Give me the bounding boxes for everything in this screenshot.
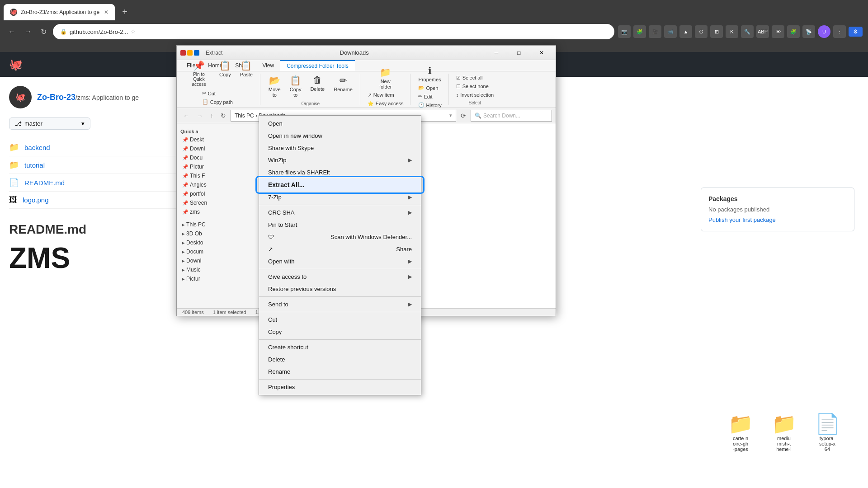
puzzle-icon: 🧩: [787, 25, 800, 38]
left-item-thispc[interactable]: This PC: [177, 220, 258, 229]
status-selected: 1 item selected: [213, 310, 246, 315]
nav-up-button[interactable]: ↑: [208, 111, 216, 120]
cm-open-with[interactable]: Open with ▶: [259, 255, 421, 267]
left-item-screen[interactable]: Screen: [177, 198, 258, 207]
pin-button[interactable]: 📌 Pin to Quick access: [184, 58, 214, 89]
file-thumb-icon-3: 📄: [815, 412, 840, 436]
refresh-button[interactable]: ↻: [38, 26, 49, 38]
star-icon[interactable]: ☆: [131, 28, 136, 35]
left-item-pictures[interactable]: Pictur: [177, 162, 258, 171]
file-name[interactable]: README.md: [24, 179, 65, 187]
file-name[interactable]: tutorial: [24, 161, 45, 169]
cm-create-shortcut[interactable]: Create shortcut: [259, 341, 421, 353]
left-item-downloads2[interactable]: Downl: [177, 256, 258, 265]
close-button[interactable]: ✕: [531, 47, 552, 58]
left-item-desktop2[interactable]: Deskto: [177, 238, 258, 247]
refresh-button[interactable]: ⟳: [458, 111, 469, 120]
left-item-angles[interactable]: Angles: [177, 180, 258, 189]
search-box[interactable]: 🔍 Search Down...: [471, 110, 552, 122]
forward-button[interactable]: →: [22, 26, 34, 38]
left-item-documents2[interactable]: Docum: [177, 247, 258, 256]
edit-button[interactable]: ✏ Edit: [415, 93, 444, 100]
left-panel: Quick a Deskt Downl Docu Pictur This F A…: [177, 123, 258, 308]
maximize-button[interactable]: □: [509, 47, 529, 58]
cm-delete[interactable]: Delete: [259, 353, 421, 366]
cm-open[interactable]: Open: [259, 117, 421, 130]
select-all-button[interactable]: ☑ Select all: [453, 74, 496, 82]
cm-restore[interactable]: Restore previous versions: [259, 283, 421, 295]
spacer: [177, 216, 258, 220]
cm-winzip[interactable]: WinZip ▶: [259, 154, 421, 166]
cm-winzip-label: WinZip: [268, 157, 286, 164]
file-name[interactable]: logo.png: [23, 196, 49, 204]
tab-compressed[interactable]: Compressed Folder Tools: [280, 60, 355, 71]
new-item-button[interactable]: ↗ New item: [365, 91, 406, 99]
new-folder-button[interactable]: 📁 Newfolder: [376, 65, 396, 91]
cm-send-to[interactable]: Send to ▶: [259, 298, 421, 310]
packages-box: Packages No packages published Publish y…: [701, 188, 854, 231]
active-tab[interactable]: 🐙 Zo-Bro-23/zms: Application to ge ✕: [4, 4, 115, 20]
cm-extract-all[interactable]: Extract All...: [259, 178, 421, 191]
left-item-zms[interactable]: zms: [177, 207, 258, 216]
tab-view[interactable]: View: [256, 60, 280, 71]
cm-cut[interactable]: Cut: [259, 314, 421, 326]
left-item-pictures2[interactable]: Pictur: [177, 274, 258, 283]
nav-back-button[interactable]: ←: [180, 111, 192, 120]
tab-close-button[interactable]: ✕: [104, 9, 108, 15]
left-item-thisf[interactable]: This F: [177, 171, 258, 180]
nav-refresh-button[interactable]: ↻: [218, 111, 229, 120]
left-item-music[interactable]: Music: [177, 265, 258, 274]
publish-link[interactable]: Publish your first package: [708, 216, 776, 223]
cm-crc-sha[interactable]: CRC SHA ▶: [259, 206, 421, 219]
invert-selection-button[interactable]: ↕ Invert selection: [453, 91, 496, 99]
left-item-downloads[interactable]: Downl: [177, 144, 258, 153]
select-none-button[interactable]: ☐ Select none: [453, 83, 496, 90]
user-avatar[interactable]: U: [818, 25, 830, 38]
extension-icon: 🧩: [633, 25, 646, 38]
back-button[interactable]: ←: [5, 26, 18, 38]
move-to-button[interactable]: 📂 Moveto: [265, 73, 284, 99]
cm-properties[interactable]: Properties: [259, 381, 421, 393]
new-tab-button[interactable]: +: [118, 6, 131, 19]
cm-share-skype[interactable]: Share with Skype: [259, 142, 421, 154]
cm-shareit[interactable]: Share files via SHAREit: [259, 166, 421, 178]
settings-icon[interactable]: ⚙: [849, 27, 863, 37]
copy-path-button[interactable]: 📋 Copy path: [199, 98, 241, 106]
thumb-item-2[interactable]: 📁 mediumish-theme-i: [766, 412, 802, 452]
paste-icon: 📋: [241, 60, 252, 71]
cm-rename[interactable]: Rename: [259, 366, 421, 378]
cm-share[interactable]: ↗ Share: [259, 243, 421, 255]
select-label: Select: [469, 100, 481, 105]
folder-icon: 📁: [9, 160, 19, 170]
delete-button[interactable]: 🗑 Delete: [307, 73, 328, 99]
copy-to-button[interactable]: 📋 Copyto: [286, 73, 305, 99]
cm-copy[interactable]: Copy: [259, 326, 421, 338]
paste-button[interactable]: 📋 Paste: [236, 58, 256, 89]
left-item-documents[interactable]: Docu: [177, 153, 258, 162]
open-ribbon-button[interactable]: 📂 Open: [415, 84, 444, 92]
new-folder-label: Newfolder: [379, 79, 392, 89]
cm-open-new-window[interactable]: Open in new window: [259, 130, 421, 142]
menu-icon[interactable]: ⋮: [833, 25, 846, 38]
easy-access-button[interactable]: ⭐ Easy access: [365, 100, 406, 108]
thumb-files-area: 📁 carte-noire-gh-pages 📁 mediumish-theme…: [722, 412, 845, 452]
nav-bar: ← → ↻ 🔒 github.com/Zo-Bro-2... ☆ 📷 🧩 🎥 📹…: [0, 20, 868, 43]
properties-button[interactable]: ℹ Properties: [415, 63, 445, 84]
nav-forward-button[interactable]: →: [194, 111, 206, 120]
thumb-item-1[interactable]: 📁 carte-noire-gh-pages: [722, 412, 759, 452]
cm-defender[interactable]: 🛡 Scan with Windows Defender...: [259, 231, 421, 243]
left-item-portfolio[interactable]: portfol: [177, 189, 258, 198]
rename-button[interactable]: ✏ Rename: [330, 73, 356, 99]
cm-pin-start[interactable]: Pin to Start: [259, 219, 421, 231]
left-item-desktop[interactable]: Deskt: [177, 135, 258, 144]
minimize-button[interactable]: ─: [486, 47, 507, 58]
thumb-item-3[interactable]: 📄 typora-setup-x64: [809, 412, 845, 452]
address-bar[interactable]: 🔒 github.com/Zo-Bro-2... ☆: [53, 24, 614, 39]
org-name[interactable]: Zo-Bro-23: [37, 93, 75, 102]
copy-button[interactable]: 📋 Copy: [216, 58, 235, 89]
cm-7zip[interactable]: 7-Zip ▶: [259, 191, 421, 203]
left-item-3dobj[interactable]: 3D Ob: [177, 229, 258, 238]
cm-give-access[interactable]: Give access to ▶: [259, 271, 421, 283]
cut-button[interactable]: ✂ Cut: [199, 89, 241, 97]
file-name[interactable]: backend: [24, 144, 50, 151]
